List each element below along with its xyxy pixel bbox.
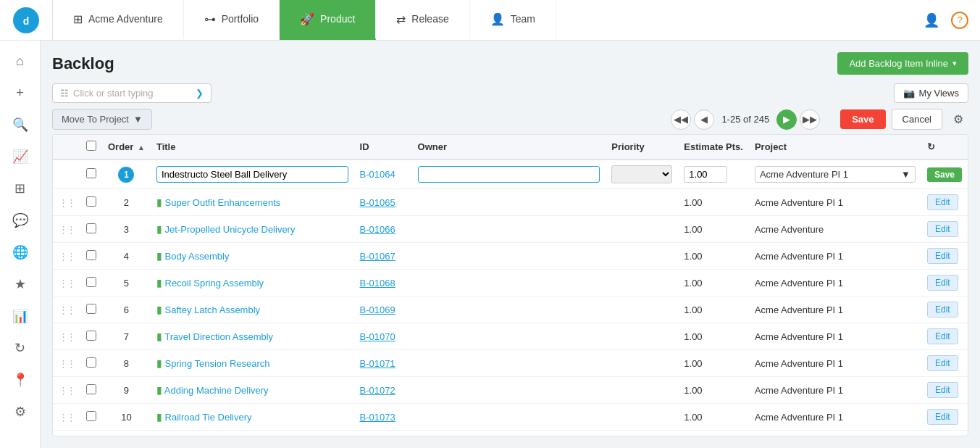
item-title-2[interactable]: Jet-Propelled Unicycle Delivery [165, 224, 296, 235]
item-id-9[interactable]: B-01073 [360, 412, 395, 423]
row-checkbox-2[interactable] [86, 223, 96, 233]
drag-handle-cell-7[interactable]: ⋮⋮ [53, 350, 80, 377]
action-cell-0[interactable]: Save [921, 159, 968, 189]
sidebar-icon-grid[interactable]: ⊞ [6, 174, 35, 203]
refresh-icon[interactable]: ↻ [927, 141, 935, 152]
drag-handle-icon-1[interactable]: ⋮⋮ [59, 197, 75, 208]
drag-handle-icon-7[interactable]: ⋮⋮ [59, 358, 75, 369]
priority-select-0[interactable]: High Medium Low [611, 165, 672, 183]
action-cell-6[interactable]: Edit [921, 323, 968, 350]
item-id-2[interactable]: B-01066 [360, 224, 395, 235]
pagination-prev-button[interactable]: ◀ [694, 109, 714, 130]
item-title-7[interactable]: Spring Tension Research [165, 358, 270, 369]
nav-item-product[interactable]: 🚀Product [280, 0, 376, 40]
pagination-next-button[interactable]: ▶ [776, 109, 797, 130]
row-checkbox-9[interactable] [86, 411, 96, 421]
nav-item-release[interactable]: ⇄Release [376, 0, 469, 40]
item-title-9[interactable]: Railroad Tie Delivery [165, 412, 252, 423]
action-cell-8[interactable]: Edit [921, 377, 968, 404]
edit-button-9[interactable]: Edit [927, 409, 958, 425]
drag-handle-cell-8[interactable]: ⋮⋮ [53, 377, 80, 404]
project-dropdown-0[interactable]: Acme Adventure PI 1 ▼ [755, 166, 916, 183]
drag-handle-icon-5[interactable]: ⋮⋮ [59, 304, 75, 315]
nav-item-acme[interactable]: ⊞Acme Adventure [53, 0, 184, 40]
user-nav-icon[interactable]: 👤 [924, 12, 939, 28]
row-checkbox-3[interactable] [86, 250, 96, 260]
filter-input[interactable]: ☷ Click or start typing ❯ [52, 83, 212, 103]
pagination-last-button[interactable]: ▶▶ [800, 109, 820, 130]
drag-handle-icon-3[interactable]: ⋮⋮ [59, 251, 75, 262]
sidebar-icon-home[interactable]: ⌂ [6, 46, 35, 75]
row-checkbox-4[interactable] [86, 277, 96, 287]
save-button[interactable]: Save [840, 109, 885, 129]
action-cell-2[interactable]: Edit [921, 216, 968, 243]
sidebar-icon-star[interactable]: ★ [6, 270, 35, 299]
sidebar-icon-settings[interactable]: ⚙ [6, 397, 35, 426]
drag-handle-icon-6[interactable]: ⋮⋮ [59, 331, 75, 342]
item-title-6[interactable]: Travel Direction Assembly [164, 331, 273, 342]
action-cell-3[interactable]: Edit [921, 243, 968, 270]
sidebar-icon-chat[interactable]: 💬 [6, 206, 35, 235]
pagination-first-button[interactable]: ◀◀ [671, 109, 691, 130]
nav-item-portfolio[interactable]: ⊶Portfolio [184, 0, 280, 40]
cancel-button[interactable]: Cancel [892, 109, 942, 130]
edit-button-1[interactable]: Edit [927, 194, 958, 210]
sidebar-icon-search[interactable]: 🔍 [6, 110, 35, 139]
item-id-5[interactable]: B-01069 [360, 304, 395, 315]
sidebar-icon-chart[interactable]: 📊 [6, 302, 35, 331]
item-id-0[interactable]: B-01064 [360, 169, 395, 180]
edit-button-7[interactable]: Edit [927, 355, 958, 371]
drag-handle-cell-9[interactable]: ⋮⋮ [53, 404, 80, 431]
drag-handle-cell-6[interactable]: ⋮⋮ [53, 323, 80, 350]
owner-input-0[interactable] [418, 166, 600, 183]
drag-handle-cell-1[interactable]: ⋮⋮ [53, 189, 80, 216]
action-cell-7[interactable]: Edit [921, 350, 968, 377]
drag-handle-icon-2[interactable]: ⋮⋮ [59, 224, 75, 235]
sidebar-icon-activity[interactable]: 📈 [6, 142, 35, 171]
row-checkbox-0[interactable] [86, 168, 96, 178]
priority-cell-0[interactable]: High Medium Low [606, 159, 678, 189]
column-settings-icon[interactable]: ⚙ [948, 109, 968, 130]
action-cell-4[interactable]: Edit [921, 270, 968, 296]
item-id-7[interactable]: B-01071 [360, 358, 395, 369]
app-logo[interactable]: d [0, 0, 53, 40]
item-id-4[interactable]: B-01068 [360, 278, 395, 289]
item-title-4[interactable]: Recoil Spring Assembly [165, 278, 264, 289]
item-id-3[interactable]: B-01067 [360, 251, 395, 262]
edit-button-5[interactable]: Edit [927, 302, 958, 318]
save-inline-button-0[interactable]: Save [927, 167, 962, 182]
title-input-0[interactable] [156, 166, 348, 183]
sidebar-icon-history[interactable]: ↻ [6, 333, 35, 362]
item-title-5[interactable]: Saftey Latch Assembly [165, 304, 261, 315]
item-id-1[interactable]: B-01065 [360, 197, 395, 208]
row-checkbox-1[interactable] [86, 196, 96, 207]
move-to-project-button[interactable]: Move To Project ▼ [52, 109, 152, 130]
edit-button-3[interactable]: Edit [927, 248, 958, 264]
edit-button-6[interactable]: Edit [927, 328, 958, 344]
project-cell-0[interactable]: Acme Adventure PI 1 ▼ [749, 159, 921, 189]
item-title-3[interactable]: Body Assembly [165, 251, 230, 262]
estimate-cell-0[interactable] [678, 159, 749, 189]
row-checkbox-7[interactable] [86, 357, 96, 368]
item-id-6[interactable]: B-01070 [360, 331, 395, 342]
drag-handle-cell-5[interactable]: ⋮⋮ [53, 296, 80, 323]
row-checkbox-5[interactable] [86, 304, 96, 314]
help-nav-icon[interactable]: ? [951, 12, 968, 29]
add-backlog-button[interactable]: Add Backlog Item Inline ▾ [837, 52, 968, 75]
row-checkbox-8[interactable] [86, 384, 96, 394]
edit-button-8[interactable]: Edit [927, 382, 958, 398]
row-checkbox-6[interactable] [86, 331, 96, 341]
sidebar-icon-add[interactable]: + [6, 78, 35, 107]
sidebar-icon-globe[interactable]: 🌐 [6, 238, 35, 267]
nav-item-team[interactable]: 👤Team [470, 0, 556, 40]
owner-cell-0[interactable] [412, 159, 606, 189]
item-title-8[interactable]: Adding Machine Delivery [164, 385, 269, 396]
edit-button-4[interactable]: Edit [927, 275, 958, 291]
drag-handle-cell-2[interactable]: ⋮⋮ [53, 216, 80, 243]
item-title-1[interactable]: Super Outfit Enhancements [165, 197, 281, 208]
action-cell-9[interactable]: Edit [921, 404, 968, 431]
item-id-8[interactable]: B-01072 [360, 385, 395, 396]
my-views-button[interactable]: 📷 My Views [894, 83, 968, 103]
estimate-input-0[interactable] [684, 166, 727, 183]
select-all-checkbox[interactable] [86, 141, 96, 151]
